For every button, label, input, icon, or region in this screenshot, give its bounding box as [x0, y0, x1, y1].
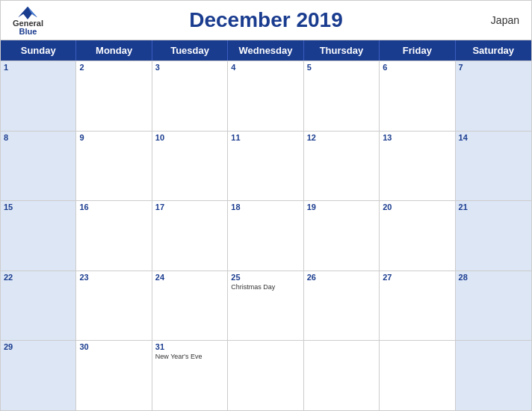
logo-bird-icon [16, 4, 39, 19]
day-cell: 7 [456, 61, 531, 131]
week-row-4: 22232425Christmas Day262728 [1, 271, 531, 341]
day-number: 12 [307, 133, 376, 142]
country-label: Japan [491, 14, 519, 26]
day-number: 5 [307, 63, 376, 72]
day-cell: 29 [1, 341, 76, 410]
week-row-1: 1234567 [1, 61, 531, 131]
day-header-tuesday: Tuesday [152, 40, 228, 61]
day-cell: 14 [456, 132, 531, 201]
calendar-header: General Blue December 2019 Japan [1, 1, 531, 40]
day-header-saturday: Saturday [456, 40, 531, 61]
day-number: 29 [4, 342, 72, 351]
day-number: 17 [155, 203, 224, 211]
day-cell: 15 [1, 201, 76, 271]
day-cell: 19 [304, 201, 380, 271]
day-cell: 9 [76, 132, 152, 201]
holiday-label: Christmas Day [231, 283, 300, 291]
day-cell: 12 [304, 132, 380, 201]
calendar-container: General Blue December 2019 Japan SundayM… [0, 0, 532, 411]
day-number: 28 [459, 273, 528, 282]
day-number: 15 [4, 203, 72, 211]
day-headers-row: SundayMondayTuesdayWednesdayThursdayFrid… [1, 40, 531, 61]
day-number: 24 [155, 273, 224, 282]
day-number: 26 [307, 273, 376, 282]
day-cell: 24 [152, 271, 228, 341]
day-cell: 16 [76, 201, 152, 271]
day-number: 3 [155, 63, 224, 72]
day-cell: 17 [152, 201, 228, 271]
day-cell: 13 [380, 132, 455, 201]
day-number: 20 [383, 203, 451, 211]
day-cell: 11 [228, 132, 303, 201]
day-number: 13 [383, 133, 451, 142]
day-number: 9 [79, 133, 148, 142]
logo: General Blue [13, 4, 43, 36]
day-cell [380, 341, 455, 410]
week-row-2: 891011121314 [1, 131, 531, 201]
day-number: 14 [459, 133, 528, 142]
day-cell: 8 [1, 132, 76, 201]
logo-blue-text: Blue [19, 28, 37, 36]
day-cell: 3 [152, 61, 228, 131]
day-cell: 5 [304, 61, 380, 131]
day-cell: 28 [456, 271, 531, 341]
day-cell: 27 [380, 271, 455, 341]
day-cell: 10 [152, 132, 228, 201]
day-cell: 1 [1, 61, 76, 131]
weeks-container: 1234567891011121314151617181920212223242… [1, 61, 531, 410]
day-cell: 20 [380, 201, 455, 271]
week-row-3: 15161718192021 [1, 200, 531, 271]
day-cell: 22 [1, 271, 76, 341]
day-cell: 18 [228, 201, 303, 271]
day-cell: 6 [380, 61, 455, 131]
day-number: 27 [383, 273, 451, 282]
day-number: 10 [155, 133, 224, 142]
week-row-5: 293031New Year's Eve [1, 340, 531, 410]
day-number: 16 [79, 203, 148, 211]
month-title: December 2019 [189, 8, 342, 32]
day-cell: 30 [76, 341, 152, 410]
day-cell [304, 341, 380, 410]
day-number: 6 [383, 63, 451, 72]
day-header-sunday: Sunday [1, 40, 76, 61]
day-number: 18 [231, 203, 300, 211]
day-number: 30 [79, 342, 148, 351]
day-cell: 23 [76, 271, 152, 341]
day-number: 19 [307, 203, 376, 211]
day-number: 11 [231, 133, 300, 142]
day-number: 4 [231, 63, 300, 72]
calendar-grid: SundayMondayTuesdayWednesdayThursdayFrid… [1, 40, 531, 410]
day-header-friday: Friday [380, 40, 455, 61]
day-cell: 4 [228, 61, 303, 131]
svg-marker-0 [19, 7, 38, 19]
day-cell: 25Christmas Day [228, 271, 303, 341]
day-number: 22 [4, 273, 72, 282]
day-number: 25 [231, 273, 300, 282]
day-header-wednesday: Wednesday [228, 40, 303, 61]
day-number: 2 [79, 63, 148, 72]
day-cell [456, 341, 531, 410]
day-cell: 31New Year's Eve [152, 341, 228, 410]
day-cell: 21 [456, 201, 531, 271]
holiday-label: New Year's Eve [155, 353, 224, 360]
day-header-monday: Monday [76, 40, 152, 61]
day-number: 23 [79, 273, 148, 282]
day-number: 31 [155, 342, 224, 351]
day-number: 7 [459, 63, 528, 72]
day-header-thursday: Thursday [304, 40, 380, 61]
day-number: 1 [4, 63, 72, 72]
day-number: 8 [4, 133, 72, 142]
day-cell: 2 [76, 61, 152, 131]
day-cell [228, 341, 303, 410]
day-number: 21 [459, 203, 528, 211]
day-cell: 26 [304, 271, 380, 341]
